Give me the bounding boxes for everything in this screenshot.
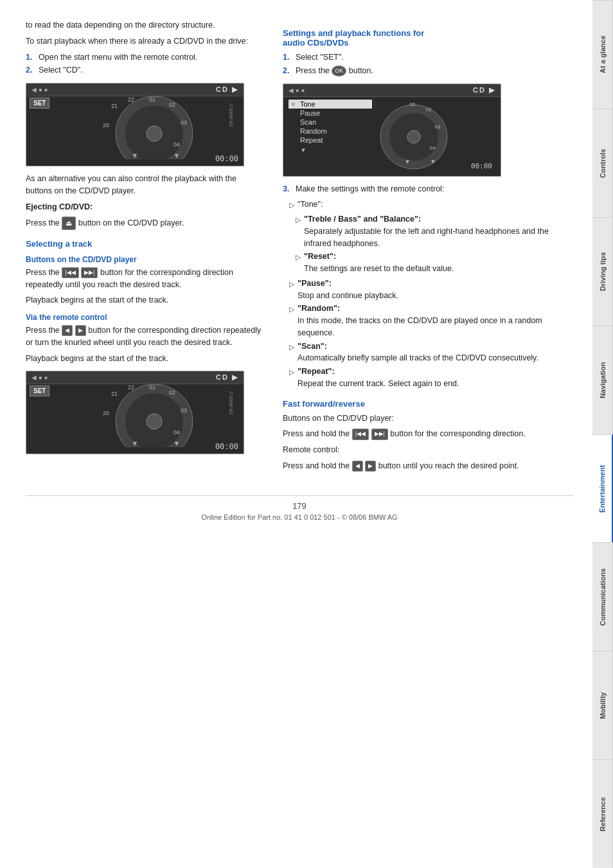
svg-text:02: 02 xyxy=(169,102,175,108)
cd-header-icons-left-2: ◀ ● ● xyxy=(31,374,48,381)
svg-text:03: 03 xyxy=(181,407,187,414)
svg-text:▼: ▼ xyxy=(132,152,139,159)
set-label-2: SET xyxy=(30,385,49,396)
next-track-button-icon: ▶▶| xyxy=(81,267,98,279)
menu-display: ◀ ● ● CD ▶ ■ Tone Pause xyxy=(283,84,501,177)
via-remote-heading: Via the remote control xyxy=(26,313,263,322)
selecting-track-heading: Selecting a track xyxy=(26,239,263,249)
ff-remote-prev-icon: ◀ xyxy=(352,461,363,472)
tab-navigation[interactable]: Navigation xyxy=(592,326,613,434)
svg-text:▼: ▼ xyxy=(173,152,181,159)
treble-bass-item: ▷ "Treble / Bass" and "Balance": Separat… xyxy=(296,213,573,249)
menu-scroll-down[interactable]: ▼ xyxy=(289,146,372,154)
menu-item-pause[interactable]: Pause xyxy=(289,109,372,118)
prev-remote-button-icon: ◀ xyxy=(62,325,73,337)
menu-selected-icon: ■ xyxy=(291,100,300,107)
svg-text:20: 20 xyxy=(103,410,109,416)
cd-header-icons-left: ◀ ● ● xyxy=(31,86,48,93)
via-remote-text: Press the ◀ ▶ button for the correspondi… xyxy=(26,324,263,349)
menu-items-area: ■ Tone Pause Scan xyxy=(283,97,501,175)
menu-item-repeat[interactable]: Repeat xyxy=(289,136,372,145)
cd-display-1: ◀ ● ● CD ▶ SET 01 02 03 04 xyxy=(26,83,244,166)
content-area: to read the data depending on the direct… xyxy=(26,19,573,476)
menu-header-left: ◀ ● ● xyxy=(289,87,305,94)
svg-text:03: 03 xyxy=(435,124,441,130)
tone-sub-items: ▷ "Treble / Bass" and "Balance": Separat… xyxy=(296,213,573,275)
menu-left-panel: ■ Tone Pause Scan xyxy=(289,100,372,172)
tab-at-a-glance[interactable]: At a glance xyxy=(592,0,613,109)
svg-text:01: 01 xyxy=(149,96,155,103)
steps-list-1: 1. Open the start menu with the remote c… xyxy=(26,51,263,77)
prev-track-button-icon: |◀◀ xyxy=(62,267,78,279)
arrow-icon-tone: ▷ xyxy=(289,200,294,211)
menu-time-display: 00:00 xyxy=(471,162,492,170)
tab-controls[interactable]: Controls xyxy=(592,109,613,217)
svg-text:22: 22 xyxy=(128,96,134,103)
footer-text: Online Edition for Part no. 01 41 0 012 … xyxy=(26,513,573,521)
playback-begins-1: Playback begins at the start of the trac… xyxy=(26,294,263,306)
svg-point-14 xyxy=(147,414,162,429)
ff-prev-button-icon: |◀◀ xyxy=(352,429,369,440)
ff-buttons-text: Press and hold the |◀◀ ▶▶| button for th… xyxy=(283,428,573,440)
intro-text: to read the data depending on the direct… xyxy=(26,19,263,31)
ejecting-text: Press the ⏏ button on the CD/DVD player. xyxy=(26,217,263,230)
ok-button-icon: OK xyxy=(332,66,346,77)
tab-bar: At a glance Controls Driving tips Naviga… xyxy=(592,0,613,868)
arrow-icon-treble: ▷ xyxy=(296,215,301,249)
svg-text:20: 20 xyxy=(103,122,109,128)
svg-text:02: 02 xyxy=(169,389,175,396)
ff-next-button-icon: ▶▶| xyxy=(371,429,388,440)
tab-driving-tips[interactable]: Driving tips xyxy=(592,217,613,326)
svg-text:21: 21 xyxy=(111,103,118,109)
cd-dial-area-1: 01 02 03 04 22 21 20 ▼ ▼ xyxy=(52,95,237,159)
right-column: Settings and playback functions foraudio… xyxy=(283,19,573,476)
ejecting-label: Ejecting CD/DVD: xyxy=(26,201,263,213)
tab-entertainment[interactable]: Entertainment xyxy=(592,434,613,543)
tone-section: ▷ "Tone": xyxy=(289,199,573,211)
random-item: ▷ "Random": In this mode, the tracks on … xyxy=(289,303,573,339)
ff-remote-text: Press and hold the ◀ ▶ button until you … xyxy=(283,460,573,472)
arrow-icon-pause: ▷ xyxy=(289,279,294,302)
svg-text:02: 02 xyxy=(426,107,432,112)
svg-text:21: 21 xyxy=(111,391,118,397)
svg-text:04: 04 xyxy=(173,141,180,148)
cd-display-2: ◀ ● ● CD ▶ SET 01 02 03 04 22 21 xyxy=(26,371,244,454)
step3: 3. Make the settings with the remote con… xyxy=(283,183,573,195)
arrow-icon-reset: ▷ xyxy=(296,252,301,275)
svg-text:04: 04 xyxy=(430,145,436,151)
reset-item: ▷ "Reset": The settings are reset to the… xyxy=(296,251,573,275)
tone-item: ▷ "Tone": xyxy=(289,199,573,211)
start-playback-text: To start playback when there is already … xyxy=(26,35,263,48)
svg-text:22: 22 xyxy=(128,384,134,391)
svg-text:▼: ▼ xyxy=(132,439,139,447)
repeat-item: ▷ "Repeat": Repeat the current track. Se… xyxy=(289,366,573,390)
step-1: 1. Open the start menu with the remote c… xyxy=(26,51,263,64)
menu-item-random[interactable]: Random xyxy=(289,127,372,136)
svg-text:▼: ▼ xyxy=(430,158,436,165)
tab-mobility[interactable]: Mobility xyxy=(592,651,613,759)
svg-text:▼: ▼ xyxy=(404,158,411,165)
svg-text:01: 01 xyxy=(149,384,155,391)
fast-forward-heading: Fast forward/reverse xyxy=(283,399,573,409)
ff-remote-label: Remote control: xyxy=(283,444,573,456)
ff-remote-next-icon: ▶ xyxy=(365,461,376,472)
left-column: to read the data depending on the direct… xyxy=(26,19,263,476)
watermark-1: © BMW AG xyxy=(229,104,234,127)
settings-step-2: 2. Press the OK button. xyxy=(283,65,573,77)
tab-communications[interactable]: Communications xyxy=(592,542,613,651)
svg-point-26 xyxy=(407,130,420,143)
buttons-text: Press the |◀◀ ▶▶| button for the corresp… xyxy=(26,267,263,291)
watermark-2: © BMW AG xyxy=(229,392,234,415)
svg-point-2 xyxy=(147,126,162,141)
settings-heading: Settings and playback functions foraudio… xyxy=(283,28,573,48)
next-remote-button-icon: ▶ xyxy=(75,325,86,337)
svg-text:▼: ▼ xyxy=(173,439,181,447)
set-label-1: SET xyxy=(30,98,49,109)
settings-steps: 1. Select "SET". 2. Press the OK button. xyxy=(283,51,573,77)
buttons-heading: Buttons on the CD/DVD player xyxy=(26,255,263,264)
menu-item-tone[interactable]: ■ Tone xyxy=(289,100,372,109)
menu-item-scan[interactable]: Scan xyxy=(289,118,372,127)
scan-item: ▷ "Scan": Automatically briefly sample a… xyxy=(289,341,573,365)
step3-list: 3. Make the settings with the remote con… xyxy=(283,183,573,195)
tab-reference[interactable]: Reference xyxy=(592,759,613,868)
